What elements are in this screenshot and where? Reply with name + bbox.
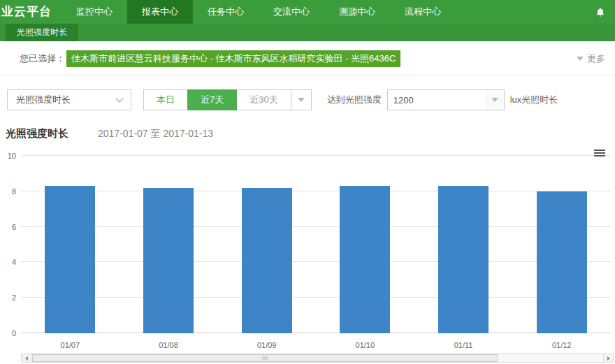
bar-01/08[interactable] — [143, 188, 194, 333]
chart-plot — [21, 156, 611, 333]
more-label: 更多 — [587, 52, 605, 65]
range-7days-button[interactable]: 近7天 — [187, 89, 237, 110]
caret-down-icon — [577, 57, 584, 61]
selection-row: 您已选择： 佳木斯市前进区慧云科技服务中心 - 佳木斯市东风区水稻研究实验田 -… — [0, 41, 615, 75]
bar-01/07[interactable] — [45, 186, 95, 333]
section-title: 光照强度时长 — [6, 127, 68, 140]
x-tick-label: 01/10 — [316, 341, 414, 349]
bar-slot — [120, 156, 218, 333]
bar-slot — [512, 156, 611, 333]
y-tick-label: 6 — [12, 223, 16, 231]
metric-select-value: 光照强度时长 — [16, 94, 71, 106]
breadcrumb[interactable]: 光照强度时长 — [6, 24, 78, 41]
y-tick-label: 2 — [12, 293, 16, 302]
bar-01/11[interactable] — [438, 186, 489, 333]
date-range-button-group: 本日 近7天 近30天 — [144, 89, 312, 110]
threshold-input[interactable]: 1200 — [387, 89, 505, 110]
x-tick-label: 01/07 — [21, 341, 120, 349]
scrollbar-grip-icon — [263, 356, 268, 360]
nav-item-monitor-center[interactable]: 监控中心 — [62, 0, 127, 24]
bar-01/09[interactable] — [242, 188, 292, 333]
bar-slot — [316, 156, 414, 333]
arrow-left-icon — [25, 356, 28, 361]
nav-item-communication-center[interactable]: 交流中心 — [259, 0, 324, 24]
y-tick-label: 10 — [8, 152, 16, 160]
selected-device-value[interactable]: 佳木斯市前进区慧云科技服务中心 - 佳木斯市东风区水稻研究实验田 - 光照643… — [66, 50, 400, 67]
nav-item-report-center[interactable]: 报表中心 — [127, 0, 193, 24]
bar-chart: 0246810 01/0701/0801/0901/1001/1101/12 — [0, 145, 615, 351]
bar-slot — [21, 156, 120, 333]
x-tick-label: 01/08 — [120, 341, 218, 349]
x-tick-label: 01/09 — [217, 341, 316, 349]
threshold-unit-label: lux光照时长 — [510, 94, 558, 106]
nav-item-process-center[interactable]: 流程中心 — [390, 0, 456, 24]
scroll-right-button[interactable] — [603, 354, 613, 362]
filter-row: 光照强度时长 本日 近7天 近30天 达到光照强度 1200 lux光照时长 — [7, 89, 608, 110]
x-tick-label: 01/11 — [414, 341, 513, 349]
y-tick-label: 0 — [12, 329, 16, 337]
arrow-right-icon — [607, 356, 610, 361]
y-tick-label: 4 — [12, 258, 16, 266]
range-30days-button[interactable]: 近30天 — [236, 89, 291, 110]
bar-01/12[interactable] — [537, 191, 587, 333]
metric-select[interactable]: 光照强度时长 — [7, 89, 131, 110]
scroll-left-button[interactable] — [22, 354, 31, 362]
bar-slot — [414, 156, 513, 333]
section-header: 光照强度时长 2017-01-07 至 2017-01-13 — [6, 127, 608, 140]
breadcrumb-bar: 光照强度时长 — [0, 24, 615, 41]
date-range-text: 2017-01-07 至 2017-01-13 — [98, 128, 213, 140]
chevron-down-icon — [115, 94, 123, 102]
brand-logo: 业云平台 — [0, 0, 62, 24]
caret-down-icon — [491, 98, 498, 102]
chart-menu-icon[interactable] — [594, 148, 605, 158]
nav-item-task-center[interactable]: 任务中心 — [193, 0, 259, 24]
top-navbar: 业云平台 监控中心 报表中心 任务中心 交流中心 溯源中心 流程中心 — [0, 0, 615, 24]
bar-01/10[interactable] — [340, 186, 390, 333]
y-tick-label: 8 — [12, 187, 16, 196]
bar-slot — [217, 156, 316, 333]
threshold-label: 达到光照强度 — [327, 94, 382, 106]
selection-label: 您已选择： — [20, 52, 65, 65]
chart-x-axis: 01/0701/0801/0901/1001/1101/12 — [21, 341, 611, 349]
more-button[interactable]: 更多 — [577, 52, 605, 65]
notification-bell-icon[interactable] — [586, 0, 615, 24]
chart-y-axis: 0246810 — [0, 156, 18, 333]
caret-down-icon — [298, 98, 305, 102]
threshold-dropdown-button[interactable] — [486, 90, 504, 110]
nav-item-trace-center[interactable]: 溯源中心 — [324, 0, 390, 24]
horizontal-scrollbar[interactable] — [21, 354, 614, 363]
range-more-dropdown-button[interactable] — [291, 89, 312, 110]
x-tick-label: 01/12 — [512, 341, 611, 349]
range-today-button[interactable]: 本日 — [143, 89, 188, 110]
scrollbar-thumb[interactable] — [32, 354, 498, 362]
threshold-value[interactable]: 1200 — [388, 95, 486, 105]
